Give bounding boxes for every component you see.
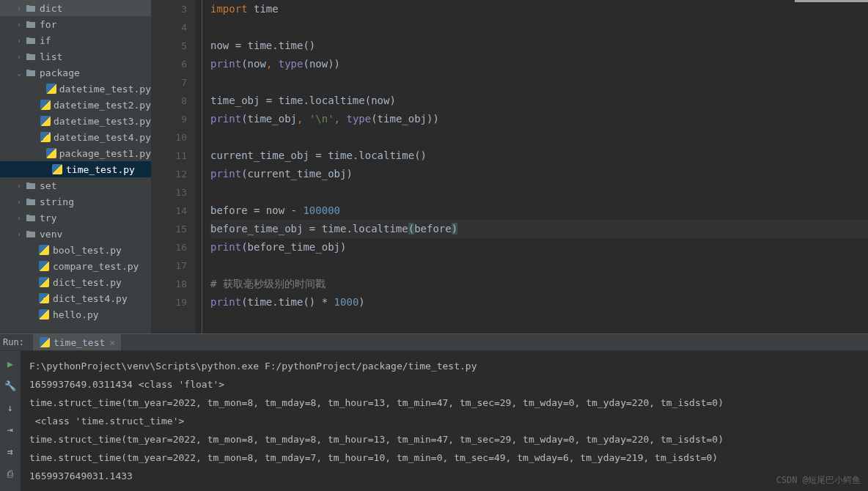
line-number: 7 xyxy=(152,73,187,92)
tree-label: hello.py xyxy=(53,309,99,320)
folder-icon xyxy=(25,18,37,30)
chevron-icon[interactable]: › xyxy=(13,230,25,238)
tree-label: datetime_test4.py xyxy=(54,132,151,143)
print-icon[interactable]: ⎙ xyxy=(2,465,18,481)
chevron-icon[interactable]: › xyxy=(13,53,25,61)
code-line[interactable]: print(time_obj, '\n', type(time_obj)) xyxy=(210,110,868,128)
wrench-icon[interactable]: 🔧 xyxy=(2,377,18,394)
tree-item-dict_test-py[interactable]: dict_test.py xyxy=(0,274,151,290)
code-line[interactable]: now = time.time() xyxy=(210,37,868,55)
code-line[interactable] xyxy=(210,183,868,202)
tree-label: compare_test.py xyxy=(53,261,139,272)
python-file-icon xyxy=(40,115,51,127)
tree-item-try[interactable]: ›try xyxy=(0,210,151,226)
code-line[interactable] xyxy=(210,73,868,92)
chevron-icon[interactable]: › xyxy=(13,21,25,29)
tree-label: datetime_test2.py xyxy=(54,100,151,111)
tree-item-dict_test4-py[interactable]: dict_test4.py xyxy=(0,290,151,306)
tree-label: dict_test.py xyxy=(53,277,122,288)
code-line[interactable]: print(now, type(now)) xyxy=(210,55,868,73)
close-icon[interactable]: × xyxy=(109,337,115,348)
tree-item-dict[interactable]: ›dict xyxy=(0,0,151,16)
code-line[interactable]: print(before_time_obj) xyxy=(210,238,868,256)
python-file-icon xyxy=(40,131,51,143)
tree-item-datetime_test4-py[interactable]: datetime_test4.py xyxy=(0,129,151,145)
python-file-icon xyxy=(46,147,56,159)
tree-label: bool_test.py xyxy=(53,245,122,256)
code-line[interactable]: # 获取毫秒级别的时间戳 xyxy=(210,275,868,293)
tree-label: list xyxy=(40,51,62,62)
tree-item-list[interactable]: ›list xyxy=(0,48,151,64)
folder-icon xyxy=(25,34,37,46)
run-label: Run: xyxy=(3,337,24,347)
python-file-icon xyxy=(38,260,50,272)
project-tree[interactable]: ›dict›for›if›list⌄packagedatetime_test.p… xyxy=(0,0,152,333)
step-icon[interactable]: ⇥ xyxy=(2,421,18,438)
line-number: 17 xyxy=(152,256,187,275)
code-line[interactable]: print(current_time_obj) xyxy=(210,165,868,183)
tree-label: string xyxy=(40,196,74,207)
code-line[interactable] xyxy=(210,128,868,147)
trash-icon[interactable]: 🗑 xyxy=(2,487,18,491)
python-file-icon xyxy=(38,244,50,256)
code-line[interactable]: print(time.time() * 1000) xyxy=(210,293,868,311)
line-number: 8 xyxy=(152,92,187,110)
folder-icon xyxy=(25,2,37,14)
line-gutter: 345678910111213141516171819 xyxy=(152,0,196,333)
run-panel: Run: time_test × ▶ 🔧 ↓ ⇥ ⇉ ⎙ 🗑 F:\python… xyxy=(0,333,868,491)
python-file-icon xyxy=(46,83,56,95)
tree-item-datetime_test3-py[interactable]: datetime_test3.py xyxy=(0,113,151,129)
folder-icon xyxy=(25,212,37,224)
tree-label: datetime_test3.py xyxy=(54,116,151,127)
tree-item-datetime_test-py[interactable]: datetime_test.py xyxy=(0,81,151,97)
chevron-icon[interactable]: › xyxy=(13,4,25,12)
code-line[interactable] xyxy=(210,256,868,275)
code-line[interactable]: current_time_obj = time.localtime() xyxy=(210,147,868,165)
down-icon[interactable]: ↓ xyxy=(2,399,18,416)
tree-label: package_test1.py xyxy=(59,148,151,159)
run-toolbar: ▶ 🔧 ↓ ⇥ ⇉ ⎙ 🗑 xyxy=(0,351,21,491)
line-number: 9 xyxy=(152,110,187,128)
tree-item-compare_test-py[interactable]: compare_test.py xyxy=(0,258,151,274)
tree-label: if xyxy=(40,35,51,46)
folder-icon xyxy=(25,67,37,78)
tree-item-string[interactable]: ›string xyxy=(0,193,151,210)
run-output[interactable]: F:\pythonProject\venv\Scripts\python.exe… xyxy=(21,351,868,491)
chevron-icon[interactable]: ⌄ xyxy=(13,69,25,77)
python-icon xyxy=(39,336,51,348)
run-tab[interactable]: time_test × xyxy=(33,334,121,350)
chevron-icon[interactable]: › xyxy=(13,37,25,45)
chevron-icon[interactable]: › xyxy=(13,198,25,206)
line-number: 13 xyxy=(152,183,187,202)
code-editor[interactable]: 345678910111213141516171819 import timen… xyxy=(152,0,868,333)
code-line[interactable]: before_time_obj = time.localtime(before) xyxy=(210,220,868,238)
chevron-icon[interactable]: › xyxy=(13,214,25,222)
python-file-icon xyxy=(38,309,50,320)
chevron-icon[interactable]: › xyxy=(13,182,25,190)
tree-item-time_test-py[interactable]: time_test.py xyxy=(0,161,151,177)
tree-label: for xyxy=(40,19,56,30)
run-button[interactable]: ▶ xyxy=(2,355,18,372)
tree-item-venv[interactable]: ›venv xyxy=(0,226,151,242)
tree-item-package_test1-py[interactable]: package_test1.py xyxy=(0,145,151,161)
tree-item-if[interactable]: ›if xyxy=(0,32,151,48)
code-content[interactable]: import timenow = time.time()print(now, t… xyxy=(196,0,868,333)
code-line[interactable]: import time xyxy=(210,0,868,18)
watermark: CSDN @短尾巴小鳄鱼 xyxy=(776,474,861,487)
line-number: 12 xyxy=(152,165,187,183)
code-line[interactable]: before = now - 100000 xyxy=(210,202,868,220)
tree-item-hello-py[interactable]: hello.py xyxy=(0,306,151,322)
tree-label: datetime_test.py xyxy=(59,84,151,95)
tree-item-set[interactable]: ›set xyxy=(0,177,151,193)
tree-item-bool_test-py[interactable]: bool_test.py xyxy=(0,242,151,258)
line-number: 18 xyxy=(152,275,187,293)
tree-item-for[interactable]: ›for xyxy=(0,16,151,32)
tree-item-package[interactable]: ⌄package xyxy=(0,64,151,81)
folder-icon xyxy=(25,180,37,191)
layout-icon[interactable]: ⇉ xyxy=(2,443,18,459)
tree-item-datetime_test2-py[interactable]: datetime_test2.py xyxy=(0,97,151,113)
folder-icon xyxy=(25,51,37,62)
code-line[interactable] xyxy=(210,18,868,37)
line-number: 11 xyxy=(152,147,187,165)
code-line[interactable]: time_obj = time.localtime(now) xyxy=(210,92,868,110)
